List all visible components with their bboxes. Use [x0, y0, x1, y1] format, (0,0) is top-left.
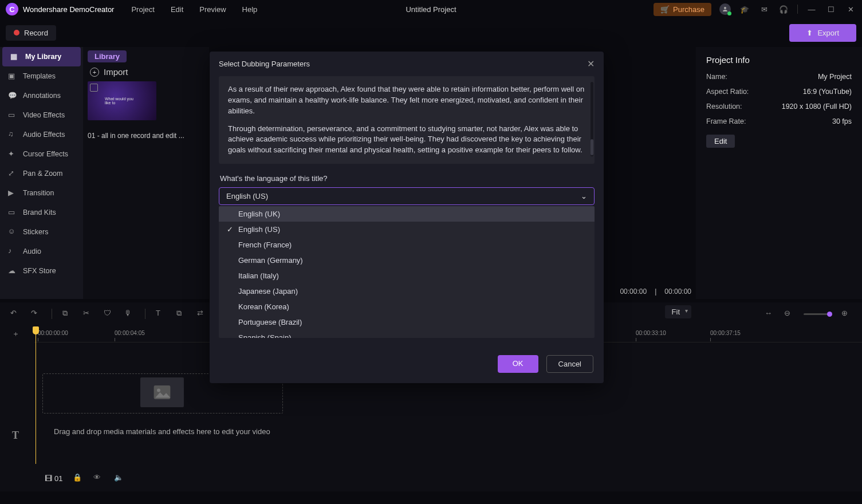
lock-icon[interactable]: 🔒 — [73, 473, 83, 483]
language-option[interactable]: French (France) — [219, 237, 595, 253]
purchase-button[interactable]: 🛒 Purchase — [654, 3, 711, 16]
record-button[interactable]: Record — [6, 25, 56, 41]
sidebar-item-library[interactable]: ▦My Library — [2, 47, 81, 66]
sidebar-item-audio-fx[interactable]: ♫Audio Effects — [0, 125, 83, 144]
user-avatar-icon[interactable] — [719, 3, 731, 15]
sidebar-item-cursor-fx[interactable]: ✦Cursor Effects — [0, 144, 83, 164]
modal-footer: OK Cancel — [210, 346, 604, 383]
zoom-thumb[interactable] — [827, 312, 832, 317]
ok-button[interactable]: OK — [498, 355, 538, 373]
sidebar-item-label: Stickers — [23, 228, 48, 236]
mute-icon[interactable]: 🔈 — [114, 473, 124, 483]
import-button[interactable]: + Import — [90, 67, 202, 77]
library-tab[interactable]: Library — [88, 50, 127, 62]
menu-help[interactable]: Help — [242, 5, 258, 14]
sidebar-item-label: Cursor Effects — [23, 150, 68, 158]
app-logo: C — [6, 3, 18, 15]
menu-edit[interactable]: Edit — [171, 5, 183, 14]
menu-project[interactable]: Project — [131, 5, 154, 14]
ruler-tick: 00:00:37:15 — [710, 330, 741, 336]
media-thumbnail[interactable]: What would you like to — [88, 81, 156, 120]
menubar: C Wondershare DemoCreator Project Edit P… — [0, 0, 862, 18]
fit-dropdown[interactable]: Fit — [665, 305, 691, 318]
sidebar-item-store[interactable]: ☁SFX Store — [0, 261, 83, 281]
window-close-icon[interactable]: ✕ — [845, 3, 856, 15]
window-minimize-icon[interactable]: — — [806, 3, 817, 15]
zoom-in-icon[interactable]: ⊕ — [841, 309, 852, 319]
sidebar-item-label: Pan & Zoom — [23, 170, 62, 178]
sidebar-item-label: Audio Effects — [23, 131, 65, 139]
track-badge-label: 01 — [54, 474, 62, 483]
transition-icon: ▶ — [8, 188, 17, 198]
thumbnail-caption: What would you like to — [105, 97, 139, 105]
sidebar-item-sticker[interactable]: ☺Stickers — [0, 222, 83, 242]
sidebar-item-label: Video Effects — [23, 111, 65, 119]
shield-icon[interactable]: 🛡 — [104, 309, 114, 319]
script-paragraph-1: As a result of their new approach, Alex … — [228, 84, 585, 117]
audio-icon: ♪ — [8, 247, 17, 256]
crop-icon[interactable]: ⧉ — [62, 309, 73, 319]
edit-project-button[interactable]: Edit — [706, 135, 735, 148]
language-option[interactable]: German (Germany) — [219, 253, 595, 268]
language-option[interactable]: English (UK) — [219, 206, 595, 222]
headset-icon[interactable]: 🎧 — [778, 3, 789, 15]
sidebar-item-video-fx[interactable]: ▭Video Effects — [0, 105, 83, 125]
language-option[interactable]: Japanese (Japan) — [219, 284, 595, 299]
mic-icon[interactable]: 🎙 — [124, 309, 135, 319]
language-option[interactable]: Portuguese (Brazil) — [219, 314, 595, 330]
sidebar-item-template[interactable]: ▣Templates — [0, 66, 83, 86]
info-fps-label: Frame Rate: — [706, 117, 746, 125]
template-icon: ▣ — [8, 72, 17, 81]
scrollbar-thumb[interactable] — [591, 139, 593, 155]
link-icon[interactable]: ⇄ — [197, 309, 207, 319]
text-track-icon[interactable]: T — [12, 430, 22, 440]
language-option[interactable]: Spanish (Spain) — [219, 330, 595, 338]
audio-fx-icon: ♫ — [8, 130, 17, 139]
export-button[interactable]: ⬆ Export — [789, 24, 856, 42]
language-option[interactable]: Korean (Korea) — [219, 299, 595, 314]
film-icon: 🎞 — [45, 474, 52, 483]
ruler-tick: 00:00:00:00 — [38, 330, 68, 336]
info-fps-value: 30 fps — [832, 117, 852, 125]
playhead[interactable] — [36, 326, 36, 464]
script-textbox[interactable]: As a result of their new approach, Alex … — [219, 76, 595, 164]
dubbing-modal: Select Dubbing Parameters ✕ As a result … — [210, 52, 604, 383]
separator — [145, 309, 145, 319]
mail-icon[interactable]: ✉ — [758, 3, 770, 15]
export-icon: ⬆ — [806, 29, 813, 37]
video-fx-icon: ▭ — [8, 111, 17, 120]
sidebar-item-audio[interactable]: ♪Audio — [0, 242, 83, 261]
svg-point-2 — [157, 388, 160, 392]
graduation-icon[interactable]: 🎓 — [739, 3, 750, 15]
eye-icon[interactable]: 👁 — [93, 473, 104, 483]
sidebar-item-pan-zoom[interactable]: ⤢Pan & Zoom — [0, 164, 83, 183]
zoom-slider[interactable] — [804, 313, 832, 315]
sidebar-item-label: My Library — [25, 53, 61, 61]
text-box-icon[interactable]: T — [156, 309, 166, 319]
language-option[interactable]: English (US) — [219, 222, 595, 237]
info-res-label: Resolution: — [706, 103, 742, 111]
undo-icon[interactable]: ↶ — [10, 309, 21, 319]
language-select[interactable]: English (US) ⌄ — [219, 187, 595, 205]
sidebar-item-brand[interactable]: ▭Brand Kits — [0, 203, 83, 222]
add-track-icon[interactable]: ＋ — [12, 329, 22, 339]
divider — [797, 5, 798, 14]
info-name-label: Name: — [706, 73, 727, 81]
track-badge[interactable]: 🎞 01 — [45, 474, 62, 483]
timeline-hint: Drag and drop media materials and effect… — [54, 427, 862, 436]
cancel-button[interactable]: Cancel — [546, 355, 593, 373]
split-icon[interactable]: ✂ — [83, 309, 93, 319]
zoom-out-icon[interactable]: ⊖ — [784, 309, 794, 319]
language-option[interactable]: Italian (Italy) — [219, 268, 595, 284]
modal-close-icon[interactable]: ✕ — [587, 58, 595, 69]
sidebar-item-transition[interactable]: ▶Transition — [0, 183, 83, 203]
project-info-panel: Project Info Name:My Project Aspect Rati… — [696, 47, 862, 299]
sidebar-item-annotation[interactable]: 💬Annotations — [0, 86, 83, 105]
menu-preview[interactable]: Preview — [199, 5, 226, 14]
group-icon[interactable]: ⧉ — [176, 309, 187, 319]
cart-icon: 🛒 — [660, 5, 670, 14]
window-maximize-icon[interactable]: ☐ — [825, 3, 837, 15]
redo-icon[interactable]: ↷ — [31, 309, 41, 319]
fit-width-icon[interactable]: ↔ — [765, 309, 775, 319]
modal-title: Select Dubbing Parameters — [219, 60, 310, 68]
